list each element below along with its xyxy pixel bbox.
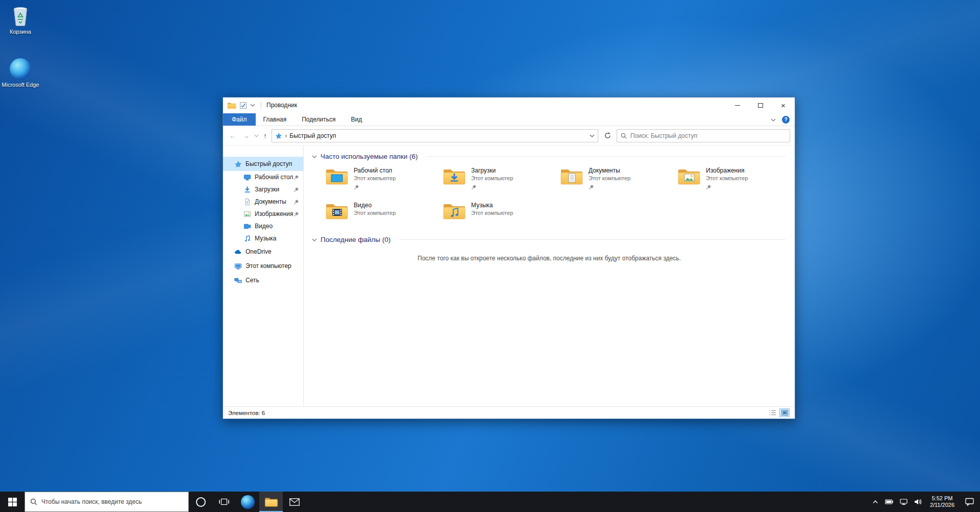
folder-location: Этот компьютер	[471, 175, 513, 182]
navigation-pane: Быстрый доступ Рабочий стол Загрузки Док…	[223, 145, 304, 406]
taskbar-search[interactable]	[24, 492, 189, 512]
minimize-button[interactable]	[726, 97, 749, 113]
pin-icon	[589, 184, 594, 190]
breadcrumb[interactable]: Быстрый доступ	[289, 132, 336, 139]
documents-icon	[243, 198, 251, 206]
sidebar-item-pictures[interactable]: Изображения	[223, 208, 303, 220]
clock-date: 2/11/2026	[930, 502, 954, 508]
cortana-button[interactable]	[189, 492, 212, 512]
folder-tile-desktop[interactable]: Рабочий стол Этот компьютер	[325, 166, 435, 190]
folder-tile-videos[interactable]: Видео Этот компьютер	[325, 201, 435, 221]
taskbar-search-input[interactable]	[41, 498, 183, 505]
onedrive-icon	[234, 248, 242, 256]
network-icon[interactable]	[900, 499, 908, 505]
thumbnails-view-button[interactable]	[779, 408, 790, 417]
address-dropdown-button[interactable]	[590, 134, 595, 137]
desktop: Корзина Microsoft Edge Проводник ×	[0, 0, 980, 512]
sidebar-label: OneDrive	[246, 248, 272, 255]
mail-icon	[289, 498, 300, 506]
sidebar-item-onedrive[interactable]: OneDrive	[223, 245, 303, 259]
properties-button[interactable]	[240, 102, 247, 109]
pin-icon	[471, 184, 477, 190]
action-center-button[interactable]	[965, 498, 974, 506]
folder-tile-pictures[interactable]: Изображения Этот компьютер	[677, 166, 788, 190]
pin-icon	[706, 184, 712, 190]
details-view-button[interactable]	[767, 408, 777, 417]
clock-time: 5:52 PM	[930, 495, 954, 502]
items-view: Часто используемые папки (6) Рабочий сто…	[304, 145, 795, 406]
folder-tile-downloads[interactable]: Загрузки Этот компьютер	[443, 166, 553, 190]
taskbar-edge-button[interactable]	[236, 492, 259, 512]
sidebar-item-network[interactable]: Сеть	[223, 273, 303, 287]
folder-location: Этот компьютер	[589, 175, 630, 182]
task-view-button[interactable]	[212, 492, 236, 512]
folder-icon	[443, 201, 466, 221]
titlebar[interactable]: Проводник ×	[223, 97, 795, 113]
folder-icon	[677, 166, 701, 186]
breadcrumb-separator: ›	[285, 132, 287, 139]
recent-files-header[interactable]: Последние файлы (0)	[304, 236, 795, 243]
edge-label: Microsoft Edge	[2, 82, 39, 88]
recycle-bin-shortcut[interactable]: Корзина	[0, 4, 41, 35]
explorer-icon	[264, 496, 278, 507]
edge-shortcut[interactable]: Microsoft Edge	[0, 58, 41, 88]
sidebar-item-this-pc[interactable]: Этот компьютер	[223, 259, 303, 273]
sidebar-item-documents[interactable]: Документы	[223, 196, 303, 208]
tab-share[interactable]: Поделиться	[294, 113, 343, 126]
battery-icon[interactable]	[885, 499, 893, 504]
sidebar-item-music[interactable]: Музыка	[223, 232, 303, 245]
folder-tile-music[interactable]: Музыка Этот компьютер	[443, 201, 553, 221]
taskbar-explorer-button[interactable]	[259, 492, 283, 512]
expand-ribbon-button[interactable]	[771, 118, 776, 121]
maximize-button[interactable]	[749, 97, 772, 113]
tab-view[interactable]: Вид	[343, 113, 370, 126]
pin-icon	[293, 199, 299, 205]
sidebar-item-quick-access[interactable]: Быстрый доступ	[223, 157, 303, 171]
frequent-folders-grid: Рабочий стол Этот компьютер Загрузки Это…	[304, 160, 795, 221]
ribbon-tabs: Файл Главная Поделиться Вид ?	[223, 113, 795, 126]
refresh-button[interactable]	[601, 129, 614, 142]
speaker-icon[interactable]	[914, 499, 921, 505]
taskbar-mail-button[interactable]	[283, 492, 306, 512]
sidebar-item-videos[interactable]: Видео	[223, 220, 303, 232]
address-bar[interactable]: › Быстрый доступ	[272, 129, 598, 142]
explorer-app-icon	[227, 102, 236, 109]
edge-icon	[10, 58, 31, 80]
folder-icon	[325, 166, 349, 186]
recycle-bin-label: Корзина	[10, 29, 31, 35]
videos-icon	[243, 223, 251, 230]
back-button[interactable]: ←	[228, 132, 238, 140]
recent-files-empty-text: После того как вы откроете несколько фай…	[304, 255, 795, 262]
sidebar-item-desktop[interactable]: Рабочий стол	[223, 171, 303, 183]
frequent-folders-header[interactable]: Часто используемые папки (6)	[304, 153, 795, 160]
folder-tile-documents[interactable]: Документы Этот компьютер	[560, 166, 670, 190]
sidebar-label: Сеть	[246, 277, 259, 284]
start-button[interactable]	[0, 492, 24, 512]
collapse-group-icon[interactable]	[312, 238, 317, 241]
search-box[interactable]	[617, 129, 790, 142]
items-count: Элементов: 6	[228, 410, 265, 416]
recent-locations-button[interactable]	[254, 134, 259, 137]
desktop-icon	[243, 174, 251, 181]
close-button[interactable]: ×	[772, 97, 795, 113]
recycle-bin-icon	[10, 4, 31, 27]
downloads-icon	[243, 186, 251, 193]
search-input[interactable]	[630, 132, 786, 139]
pin-icon	[293, 175, 299, 180]
pin-icon	[293, 187, 299, 192]
up-button[interactable]: ↑	[262, 132, 268, 140]
sidebar-label: Изображения	[255, 210, 293, 217]
help-button[interactable]: ?	[782, 116, 790, 124]
sidebar-label: Загрузки	[255, 186, 279, 193]
quick-access-icon	[275, 132, 282, 139]
tab-home[interactable]: Главная	[256, 113, 295, 126]
taskbar-clock[interactable]: 5:52 PM 2/11/2026	[928, 495, 957, 508]
forward-button[interactable]: →	[241, 132, 251, 140]
hidden-icons-chevron[interactable]	[872, 500, 878, 504]
pin-icon	[293, 211, 299, 217]
separator	[261, 102, 261, 109]
customize-toolbar-button[interactable]	[250, 104, 255, 107]
collapse-group-icon[interactable]	[312, 155, 317, 158]
sidebar-item-downloads[interactable]: Загрузки	[223, 183, 303, 196]
tab-file[interactable]: Файл	[223, 113, 256, 126]
